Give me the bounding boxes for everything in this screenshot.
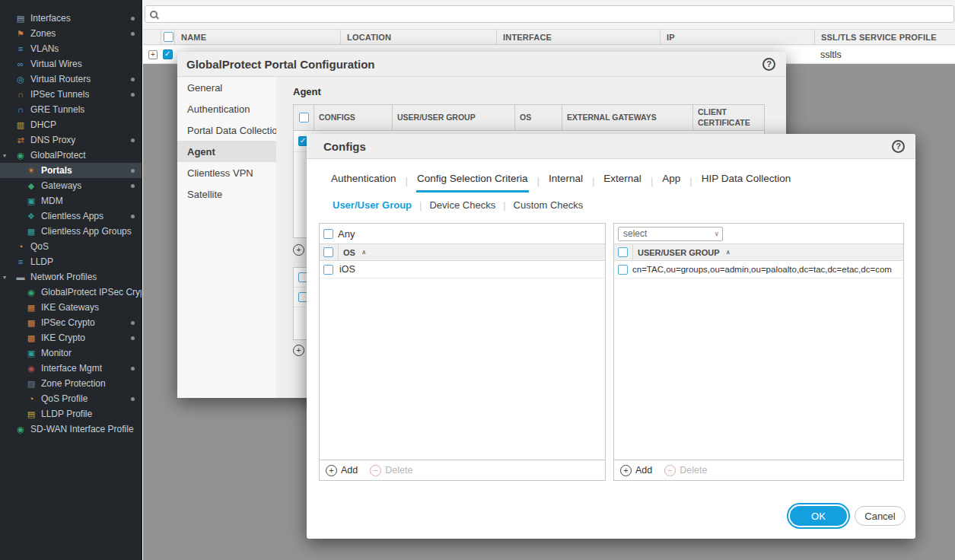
sidebar-item-portals[interactable]: ☀ Portals (0, 163, 142, 178)
row-checkbox[interactable] (163, 49, 173, 59)
portal-nav-clientless-vpn[interactable]: Clientless VPN (177, 162, 276, 183)
user-group-row[interactable]: cn=TAC,ou=groups,ou=admin,ou=paloalto,dc… (614, 261, 903, 278)
column-header-client-certificate[interactable]: CLIENT CERTIFICATE (692, 105, 764, 130)
sidebar-item-network-profiles[interactable]: ▾ ▬ Network Profiles (0, 269, 142, 285)
row-expand-icon[interactable]: + (148, 50, 158, 59)
select-all-checkbox[interactable] (164, 32, 173, 42)
sidebar-item-ike-crypto[interactable]: ▩ IKE Crypto (0, 330, 142, 345)
subtab-user-group[interactable]: User/User Group (333, 199, 412, 211)
any-checkbox[interactable] (323, 229, 333, 239)
add-button[interactable]: + Add (326, 465, 358, 476)
column-header-user-group[interactable]: USER/USER GROUP (392, 105, 514, 130)
column-header-external-gateways[interactable]: EXTERNAL GATEWAYS (562, 105, 692, 130)
globalprotect-icon: ◉ (14, 151, 27, 161)
tab-authentication[interactable]: Authentication (330, 170, 397, 192)
os-column-header[interactable]: OS (343, 248, 355, 257)
row-checkbox[interactable] (323, 265, 333, 275)
sidebar-item-clientless-app-groups[interactable]: ▦ Clientless App Groups (0, 224, 142, 239)
sidebar-item-sdwan-interface-profile[interactable]: ◉ SD-WAN Interface Profile (0, 422, 142, 437)
portal-nav-general[interactable]: General (177, 77, 276, 98)
column-header-name[interactable]: NAME (174, 30, 340, 44)
sidebar-item-label: Monitor (41, 348, 72, 358)
column-header-ssl-profile[interactable]: SSL/TLS SERVICE PROFILE (814, 30, 955, 44)
sidebar-item-zones[interactable]: ⚑ Zones (0, 26, 142, 41)
sidebar-item-virtual-routers[interactable]: ◎ Virtual Routers (0, 72, 142, 87)
os-row-ios[interactable]: iOS (320, 261, 605, 278)
add-icon[interactable]: + (293, 244, 304, 256)
select-all-checkbox[interactable] (618, 247, 628, 257)
add-button[interactable]: + Add (620, 465, 652, 476)
sidebar-item-dns-proxy[interactable]: ⇄ DNS Proxy (0, 132, 142, 148)
sidebar-item-lldp-profile[interactable]: ▤ LLDP Profile (0, 406, 142, 422)
portal-nav-portal-data-collection[interactable]: Portal Data Collectio (177, 119, 276, 141)
sidebar-item-qos-profile[interactable]: ◔ QoS Profile (0, 391, 142, 406)
chevron-down-icon[interactable]: ▾ (3, 152, 6, 159)
column-header-interface[interactable]: INTERFACE (496, 30, 660, 44)
user-group-panel-footer: + Add − Delete (614, 460, 903, 480)
ok-button[interactable]: OK (790, 506, 847, 526)
search-icon (150, 11, 158, 18)
add-icon[interactable]: + (293, 345, 304, 356)
sidebar-item-clientless-apps[interactable]: ❖ Clientless Apps (0, 208, 142, 224)
column-header-location[interactable]: LOCATION (340, 30, 496, 44)
sort-asc-icon[interactable]: ∧ (361, 249, 367, 256)
delete-button[interactable]: − Delete (370, 465, 412, 476)
tab-internal[interactable]: Internal (548, 170, 584, 192)
item-options-dot (131, 184, 135, 188)
portal-nav-satellite[interactable]: Satellite (177, 183, 276, 205)
help-icon[interactable]: ? (762, 58, 775, 71)
user-group-cell: cn=TAC,ou=groups,ou=admin,ou=paloalto,dc… (632, 265, 892, 274)
sidebar-item-zone-protection[interactable]: ▨ Zone Protection (0, 376, 142, 391)
subtab-device-checks[interactable]: Device Checks (429, 199, 495, 211)
sidebar-item-interface-mgmt[interactable]: ◉ Interface Mgmt (0, 361, 142, 376)
sidebar-item-virtual-wires[interactable]: ∞ Virtual Wires (0, 56, 142, 72)
chevron-down-icon[interactable]: ▾ (3, 274, 6, 281)
tab-config-selection-criteria[interactable]: Config Selection Criteria (416, 170, 529, 192)
sidebar-item-qos[interactable]: ◔ QoS (0, 239, 142, 254)
tab-app[interactable]: App (661, 170, 681, 192)
search-input[interactable] (158, 6, 953, 22)
lldp-icon: ≡ (14, 257, 27, 266)
tab-hip-data-collection[interactable]: HIP Data Collection (701, 170, 792, 192)
tab-external[interactable]: External (603, 170, 642, 192)
os-table-header: OS ∧ (320, 243, 605, 261)
user-group-column-header[interactable]: USER/USER GROUP (638, 248, 720, 257)
vlans-icon: ≡ (14, 44, 27, 53)
sidebar-item-label: GlobalProtect (30, 150, 86, 161)
portal-nav-authentication[interactable]: Authentication (177, 98, 276, 119)
sidebar-item-vlans[interactable]: ≡ VLANs (0, 41, 142, 56)
item-options-dot (131, 138, 135, 142)
delete-button[interactable]: − Delete (664, 465, 707, 476)
select-all-checkbox[interactable] (323, 247, 333, 257)
column-header-ip[interactable]: IP (660, 30, 814, 44)
sidebar-item-ike-gateways[interactable]: ▦ IKE Gateways (0, 300, 142, 315)
dns-proxy-icon: ⇄ (14, 135, 27, 145)
sidebar-item-globalprotect-ipsec-crypto[interactable]: ◉ GlobalProtect IPSec Crypto (0, 285, 142, 300)
cancel-button[interactable]: Cancel (855, 506, 906, 526)
sidebar-item-lldp[interactable]: ≡ LLDP (0, 254, 142, 269)
sidebar-item-gateways[interactable]: ◆ Gateways (0, 178, 142, 193)
sidebar-item-globalprotect[interactable]: ▾ ◉ GlobalProtect (0, 148, 142, 163)
subtab-custom-checks[interactable]: Custom Checks (514, 199, 584, 211)
sort-asc-icon[interactable]: ∧ (726, 249, 731, 256)
user-group-select[interactable]: select ∨ (618, 227, 723, 241)
sidebar-item-gre-tunnels[interactable]: ∩ GRE Tunnels (0, 102, 142, 117)
sidebar-item-monitor[interactable]: ▣ Monitor (0, 345, 142, 361)
sidebar-item-label: DHCP (30, 119, 56, 130)
row-checkbox[interactable] (618, 265, 628, 275)
user-group-table-header: USER/USER GROUP ∧ (614, 243, 903, 261)
tab-separator: | (592, 175, 594, 192)
sidebar-item-mdm[interactable]: ▣ MDM (0, 193, 142, 208)
empty-area (320, 278, 605, 460)
sidebar-item-dhcp[interactable]: ▥ DHCP (0, 117, 142, 132)
column-header-os[interactable]: OS (514, 105, 562, 130)
select-all-checkbox[interactable] (299, 113, 309, 123)
help-icon[interactable]: ? (892, 140, 905, 153)
sidebar-item-ipsec-tunnels[interactable]: ∩ IPSec Tunnels (0, 87, 142, 102)
interfaces-icon: ▤ (14, 14, 27, 24)
sidebar-item-interfaces[interactable]: ▤ Interfaces (0, 11, 142, 26)
agent-section-label: Agent (293, 86, 321, 97)
portal-nav-agent[interactable]: Agent (177, 141, 276, 162)
column-header-configs[interactable]: CONFIGS (314, 105, 392, 130)
sidebar-item-ipsec-crypto[interactable]: ▩ IPSec Crypto (0, 315, 142, 330)
